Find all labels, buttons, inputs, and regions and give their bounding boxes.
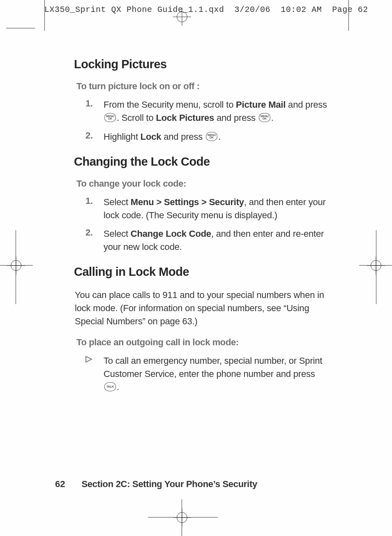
step-text: Select Menu > Settings > Security, and t…	[104, 196, 329, 222]
step-number: 2.	[85, 227, 104, 238]
registration-mark-icon	[371, 260, 381, 271]
footer-section-title: Section 2C: Setting Your Phone’s Securit…	[81, 479, 257, 490]
step-number: 2.	[85, 130, 104, 141]
step-text: Select Change Lock Code, and then enter …	[104, 227, 329, 254]
step-text: From the Security menu, scroll to Pictur…	[104, 98, 329, 125]
subheading-place-outgoing-call: To place an outgoing call in lock mode:	[76, 337, 329, 348]
crop-mark	[44, 0, 45, 31]
crop-mark	[6, 28, 35, 28]
paragraph-calling-lock-mode: You can place calls to 911 and to your s…	[75, 289, 329, 328]
bullet-text: To call an emergency number, special num…	[104, 354, 329, 394]
registration-mark-icon	[177, 512, 187, 523]
menu-ok-key-icon: MENUOK	[206, 132, 217, 141]
page-number: 62	[55, 479, 65, 490]
step-item: 1. From the Security menu, scroll to Pic…	[85, 98, 329, 125]
step-item: 2. Highlight Lock and press MENUOK.	[85, 130, 329, 143]
step-text: Highlight Lock and press MENUOK.	[104, 130, 221, 143]
heading-changing-lock-code: Changing the Lock Code	[74, 155, 329, 169]
step-item: 2. Select Change Lock Code, and then ent…	[85, 227, 329, 254]
subheading-change-lock-code: To change your lock code:	[76, 178, 329, 189]
heading-locking-pictures: Locking Pictures	[74, 58, 329, 71]
registration-mark-icon	[177, 12, 187, 22]
print-header: LX350_Sprint QX Phone Guide_1.1.qxd 3/20…	[44, 5, 368, 14]
steps-locking-pictures: 1. From the Security menu, scroll to Pic…	[85, 98, 329, 143]
steps-changing-lock-code: 1. Select Menu > Settings > Security, an…	[85, 196, 329, 254]
crop-mark	[348, 0, 349, 31]
menu-ok-key-icon: MENUOK	[104, 113, 116, 122]
talk-key-icon: TALK	[104, 382, 116, 391]
bullet-item: To call an emergency number, special num…	[85, 354, 329, 394]
page-footer: 62 Section 2C: Setting Your Phone’s Secu…	[55, 479, 257, 490]
page-content: Locking Pictures To turn picture lock on…	[74, 58, 329, 405]
heading-calling-lock-mode: Calling in Lock Mode	[74, 265, 329, 279]
registration-mark-icon	[11, 260, 21, 271]
step-number: 1.	[85, 196, 104, 206]
bullet-list-calling: To call an emergency number, special num…	[85, 354, 329, 394]
svg-marker-0	[86, 356, 92, 362]
step-item: 1. Select Menu > Settings > Security, an…	[85, 196, 329, 222]
step-number: 1.	[85, 98, 104, 109]
subheading-turn-picture-lock: To turn picture lock on or off :	[76, 81, 329, 92]
triangle-bullet-icon	[85, 354, 104, 364]
menu-ok-key-icon: MENUOK	[259, 113, 270, 122]
